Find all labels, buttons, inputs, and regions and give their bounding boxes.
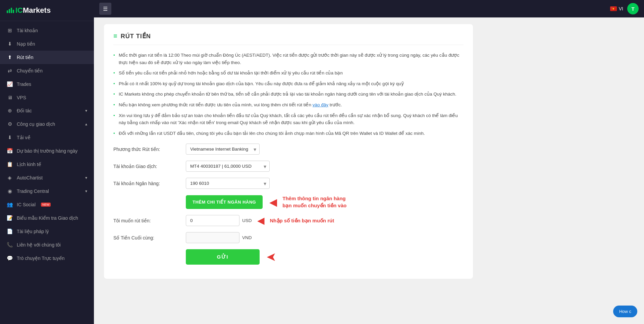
- notice-item-3: Phải có ít nhất 100% ký quỹ dự trong tài…: [113, 80, 464, 88]
- sidebar-label-lien-he: Liên hệ với chúng tôi: [17, 242, 61, 248]
- amount-currency: USD: [242, 218, 252, 223]
- final-currency: VND: [242, 235, 252, 240]
- bank-annotation: Thêm thông tin ngân hàng bạn muốn chuyển…: [282, 195, 346, 209]
- sidebar-item-tai-lieu[interactable]: 📄 Tài liệu pháp lý: [0, 225, 94, 238]
- menu-button[interactable]: ☰: [99, 3, 111, 15]
- bank-account-select[interactable]: 190 6010: [186, 178, 270, 189]
- autochartist-icon: ◈: [7, 175, 13, 181]
- sidebar-label-trades: Trades: [17, 82, 31, 87]
- notice-link[interactable]: vào đây: [313, 102, 328, 107]
- chevron-up-icon: ▴: [85, 122, 87, 126]
- logo-bars-icon: [7, 8, 14, 13]
- sidebar-item-ic-social[interactable]: 👥 IC Social NEW: [0, 198, 94, 211]
- sidebar-item-doi-tac[interactable]: ⊕ Đối tác ▾: [0, 104, 94, 117]
- sidebar-label-tai-khoan: Tài khoản: [17, 28, 38, 33]
- logo-markets: Markets: [23, 6, 51, 14]
- withdrawal-card: ≡ RÚT TIỀN Mốc thời gian rút tiền là 12:…: [104, 24, 473, 279]
- amount-row: Tôi muốn rút tiền: USD ◀ Nhập số tiền bạ…: [113, 215, 464, 226]
- sidebar-item-vps[interactable]: 🖥 VPS: [0, 91, 94, 104]
- sidebar-item-tro-chuyen[interactable]: 💬 Trò chuyện Trực tuyến: [0, 252, 94, 265]
- logo: ICMarkets: [0, 0, 94, 21]
- user-avatar[interactable]: T: [627, 3, 639, 14]
- amount-arrow-icon: ◀: [257, 215, 265, 226]
- sidebar-label-tro-chuyen: Trò chuyện Trực tuyến: [17, 256, 64, 261]
- card-title: ≡ RÚT TIỀN: [113, 32, 464, 45]
- chevron-down-icon-3: ▾: [85, 189, 87, 194]
- sidebar-item-lich-kinh-te[interactable]: 📋 Lịch kinh tế: [0, 158, 94, 171]
- sidebar-item-tai-khoan[interactable]: ⊞ Tài khoản: [0, 24, 94, 37]
- topbar-right: 🇻🇳 VI T: [610, 3, 639, 14]
- sidebar-item-trades[interactable]: 📈 Trades: [0, 77, 94, 91]
- submit-arrow-icon: ➤: [266, 250, 276, 264]
- sidebar-label-autochartist: AutoChartist: [17, 175, 43, 180]
- chevron-down-icon: ▾: [85, 108, 87, 113]
- sidebar-label-bieu-mau: Biểu mẫu Kiểm tra Giao dịch: [17, 215, 78, 221]
- trading-account-control: MT4 40030187 | 61,0000 USD ▾: [186, 161, 270, 172]
- transfer-icon: ⇄: [7, 68, 13, 74]
- final-amount-input[interactable]: [186, 232, 239, 243]
- trading-account-label: Tài khoản Giao dịch:: [113, 164, 180, 169]
- title-icon: ≡: [113, 32, 117, 40]
- final-amount-label: Số Tiền Cuối cùng:: [113, 235, 180, 240]
- sidebar-label-chuyen-tien: Chuyển tiền: [17, 68, 43, 73]
- amount-input[interactable]: [186, 215, 239, 226]
- withdrawal-form: Phương thức Rút tiền: Vietnamese Interne…: [113, 144, 464, 265]
- bank-account-row: Tài khoản Ngân hàng: 190 6010 ▾: [113, 178, 464, 189]
- payment-method-control: Vietnamese Internet Banking ▾: [186, 144, 260, 155]
- bank-arrow-icon: ◀: [269, 196, 277, 208]
- sidebar-navigation: ⊞ Tài khoản ⬇ Nạp tiền ⬆ Rút tiền ⇄ Chuy…: [0, 21, 94, 324]
- submit-row: GỬI ➤: [113, 249, 464, 265]
- how-chat-button[interactable]: How c: [613, 306, 637, 317]
- sidebar-label-ic-social: IC Social: [17, 202, 36, 207]
- sidebar-item-nap-tien[interactable]: ⬇ Nạp tiền: [0, 37, 94, 51]
- logo-ic: IC: [15, 6, 23, 14]
- sidebar-item-lien-he[interactable]: 📞 Liên hệ với chúng tôi: [0, 238, 94, 252]
- sidebar-item-autochartist[interactable]: ◈ AutoChartist ▾: [0, 171, 94, 184]
- withdraw-icon: ⬆: [7, 54, 13, 60]
- trading-central-icon: ◉: [7, 188, 13, 194]
- payment-method-select[interactable]: Vietnamese Internet Banking: [186, 144, 260, 155]
- forecast-icon: 📅: [7, 148, 13, 154]
- add-bank-row: THÊM CHI TIẾT NGÂN HÀNG ◀ Thêm thông tin…: [113, 195, 464, 209]
- notice-item-2: Số tiền yêu cầu rút tiền phải nhỏ hơn ho…: [113, 69, 464, 77]
- language-selector[interactable]: 🇻🇳 VI: [610, 6, 623, 11]
- notice-item-7: Đối với những lần rút USDT đầu tiên, chú…: [113, 130, 464, 137]
- sidebar-label-cong-cu: Công cụ giao dịch: [17, 121, 55, 127]
- legal-icon: 📄: [7, 228, 13, 234]
- add-bank-button[interactable]: THÊM CHI TIẾT NGÂN HÀNG: [186, 195, 263, 209]
- submit-button[interactable]: GỬI: [186, 249, 260, 265]
- sidebar-label-doi-tac: Đối tác: [17, 108, 32, 113]
- dashboard-icon: ⊞: [7, 28, 13, 34]
- trading-account-select[interactable]: MT4 40030187 | 61,0000 USD: [186, 161, 270, 172]
- content-area: ≡ RÚT TIỀN Mốc thời gian rút tiền là 12:…: [94, 17, 644, 324]
- main-area: ☰ 🇻🇳 VI T ≡ RÚT TIỀN Mốc thời gian rút t…: [94, 0, 644, 324]
- sidebar-label-rut-tien: Rút tiền: [17, 55, 33, 60]
- trading-account-row: Tài khoản Giao dịch: MT4 40030187 | 61,0…: [113, 161, 464, 172]
- partner-icon: ⊕: [7, 108, 13, 114]
- sidebar-label-tai-lieu: Tài liệu pháp lý: [17, 229, 49, 234]
- sidebar-label-du-bao: Dự báo thị trường hàng ngày: [17, 148, 77, 154]
- payment-method-row: Phương thức Rút tiền: Vietnamese Interne…: [113, 144, 464, 155]
- sidebar-label-trading-central: Trading Central: [17, 188, 49, 194]
- sidebar-label-vps: VPS: [17, 95, 26, 100]
- notice-item-4: IC Markets không cho phép chuyển khoản t…: [113, 91, 464, 98]
- form-icon: 📝: [7, 215, 13, 221]
- final-amount-row: Số Tiền Cuối cùng: VND: [113, 232, 464, 243]
- notice-list: Mốc thời gian rút tiền là 12:00 Theo múi…: [113, 52, 464, 137]
- bank-account-label: Tài khoản Ngân hàng:: [113, 181, 180, 186]
- sidebar-item-chuyen-tien[interactable]: ⇄ Chuyển tiền: [0, 64, 94, 77]
- notice-item-5: Nếu bạn không xem phương thức rút tiền đ…: [113, 101, 464, 109]
- sidebar-item-trading-central[interactable]: ◉ Trading Central ▾: [0, 184, 94, 198]
- sidebar-item-bieu-mau[interactable]: 📝 Biểu mẫu Kiểm tra Giao dịch: [0, 211, 94, 225]
- user-initial: T: [631, 6, 634, 12]
- sidebar-label-tai-ve: Tải về: [17, 135, 31, 140]
- calendar-icon: 📋: [7, 161, 13, 167]
- download-icon: ⬇: [7, 134, 13, 141]
- sidebar-item-cong-cu[interactable]: ⚙ Công cụ giao dịch ▴: [0, 117, 94, 131]
- chat-icon: 💬: [7, 255, 13, 261]
- sidebar-item-du-bao[interactable]: 📅 Dự báo thị trường hàng ngày: [0, 144, 94, 158]
- flag-icon: 🇻🇳: [610, 6, 617, 11]
- trades-icon: 📈: [7, 81, 13, 87]
- sidebar-item-tai-ve[interactable]: ⬇ Tải về: [0, 131, 94, 144]
- sidebar-item-rut-tien[interactable]: ⬆ Rút tiền: [0, 51, 94, 64]
